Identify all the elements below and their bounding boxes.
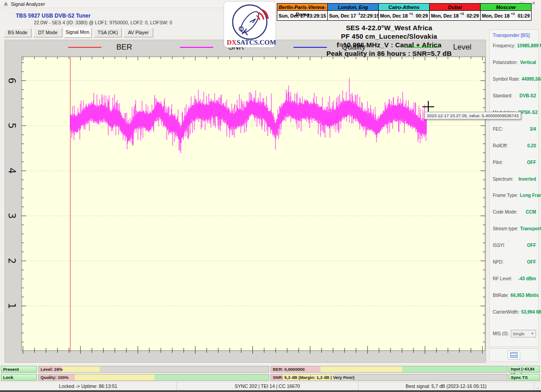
clock-city: Cairo-Athens	[379, 4, 429, 11]
clock-panel-4: DubaiMon, Dec 18+302:29	[430, 3, 481, 21]
chart-title-line3: f=10 986 MHz_V : Canal + Africa	[289, 41, 490, 49]
transponder-row: Pilot:OFF	[493, 160, 536, 165]
snr-meter-label: SNR: 5,3 dB (Margin: 1,3 dB | Very Poor)	[273, 375, 354, 380]
clock-city: Moscow	[481, 4, 531, 11]
chevron-down-icon: ▼	[531, 332, 534, 336]
transponder-row: BitRate:66,953 Mbit/s	[493, 293, 536, 298]
mode-tabs: BS ModeDT ModeSignal Mon.TSA (OK)AV Play…	[4, 28, 153, 38]
transponder-row-value: OFF	[527, 243, 536, 248]
chart-title-line1: SES 4-22.0°W_West Africa	[289, 23, 490, 32]
transponder-panel: Transponder [BS] Frequency:10985,889 MHz…	[489, 29, 539, 347]
transponder-row: Polarization:Vertical	[493, 60, 536, 65]
tuner-details: 22.0W - SES 4 (ID: 3380) @ LOF1: 9750000…	[34, 20, 172, 25]
transponder-row-value: CCM	[526, 210, 536, 214]
tab-dt-mode[interactable]: DT Mode	[33, 28, 62, 37]
transponder-row: Frequency:10985,889 MHz	[493, 43, 536, 48]
transponder-row-value: OFF	[527, 160, 536, 165]
transponder-title: Transponder [BS]	[493, 32, 530, 38]
level-meter-label: Level: 26%	[41, 367, 63, 372]
clock-date: Mon, Dec 18	[380, 13, 408, 18]
quality-meter-label: Quality: 100%	[41, 375, 69, 380]
transponder-row-value: 3/4	[530, 127, 536, 132]
statusbar: Locked -> Uptime: 86:13:51 SYNC 202 | TE…	[0, 382, 541, 390]
clock-city: Dubai	[430, 4, 480, 11]
tab-tsa-ok[interactable]: TSA (OK)	[94, 28, 122, 37]
crosshair-cursor	[422, 101, 434, 113]
svg-text:DXSATCS.COM: DXSATCS.COM	[227, 39, 275, 46]
resize-grip[interactable]	[534, 382, 541, 390]
transponder-row-value: DVB-S2	[519, 93, 536, 98]
tab-bs-mode[interactable]: BS Mode	[4, 28, 32, 37]
transponder-row-label: Code Mode:	[493, 210, 517, 214]
transponder-row-label: Pilot:	[493, 160, 503, 165]
window-title: Signal Analyzer	[11, 1, 45, 7]
close-icon[interactable]: ✕	[532, 0, 536, 6]
chart-plot-area[interactable]: 123456	[5, 40, 486, 362]
tuner-name: TBS 5927 USB DVB-S2 Tuner	[16, 13, 91, 19]
mis-row: MIS (0): Single ▼	[493, 330, 536, 337]
transponder-row: ISSYIOFF	[493, 243, 536, 248]
signal-analyzer-window: Signal Analyzer – ▢ ✕ TBS 5927 USB DVB-S…	[0, 0, 541, 392]
ber-meter: BER: 0,0000000	[270, 366, 508, 373]
transponder-row-value: Inverted	[518, 177, 536, 182]
transponder-row-label: BitRate:	[493, 293, 509, 298]
snr-meter: SNR: 5,3 dB (Margin: 1,3 dB | Very Poor)	[270, 374, 508, 381]
mis-select[interactable]: Single ▼	[511, 330, 536, 337]
meter-segment-2	[62, 366, 100, 372]
mis-selected-value: Single	[513, 331, 531, 336]
transponder-row-label: NPD:	[493, 260, 504, 264]
transponder-row: NPD:OFF	[493, 260, 536, 264]
list-button[interactable]	[508, 351, 520, 360]
transponder-row-value: Transport	[520, 226, 541, 231]
tab-signal-mon[interactable]: Signal Mon.	[64, 27, 92, 38]
legend-line-snr	[180, 47, 213, 48]
clock-city: Berlin-Paris-Vienna-Roma	[277, 4, 327, 11]
meter-segment-3	[155, 374, 269, 380]
chart-title-line2: PF 450 cm_Lucenec/Slovakia	[289, 32, 490, 41]
transponder-row-label: Frame Type:	[493, 193, 518, 198]
clock-date: Mon, Dec 18	[431, 13, 458, 18]
transponder-row: RollOff:0.20	[493, 143, 536, 148]
svg-text:3: 3	[6, 213, 17, 219]
quality-meter: Quality: 100%	[38, 374, 269, 381]
meter-segment-2	[75, 374, 155, 380]
sync-ts-badge: Sync TS	[509, 374, 540, 381]
clock-date: Sun, Dec 17	[329, 13, 356, 18]
svg-text:4: 4	[6, 168, 17, 173]
transponder-row-value: OFF	[527, 260, 536, 264]
clock-time: 00:29	[416, 13, 428, 18]
transponder-row-value: 66,953 Mbit/s	[511, 293, 539, 298]
transponder-row: Frame Type:Long Frame	[493, 193, 536, 198]
world-clocks: Berlin-Paris-Vienna-RomaSun, Dec 1723:29…	[277, 3, 532, 21]
app-icon	[3, 1, 9, 7]
meter-segment-3	[402, 366, 507, 372]
clock-utc-offset: +2	[511, 12, 515, 16]
clock-time: 23:29:15	[307, 13, 326, 18]
tab-av-player[interactable]: AV Player	[124, 28, 153, 37]
transponder-row-label: CarrierWidth:	[493, 310, 519, 315]
clock-datetime: Mon, Dec 18+201:29	[481, 11, 531, 20]
svg-text:5: 5	[6, 123, 17, 128]
bottom-edge	[0, 390, 541, 392]
transponder-row-label: Frequency:	[493, 43, 515, 48]
transponder-row-label: Polarization:	[493, 60, 518, 65]
transponder-row-value: 10985,889 MHz	[517, 43, 541, 48]
clock-utc-offset: +1	[409, 12, 413, 16]
transponder-row-value: 53,994 MHz	[521, 310, 541, 315]
svg-text:2: 2	[6, 258, 17, 264]
legend-item-ber: BER	[68, 43, 132, 52]
transponder-row: RF Level:-43 dBm	[493, 276, 536, 281]
transponder-row-value: 44995,584 KS/s	[522, 77, 541, 82]
present-badge: Present	[1, 366, 37, 373]
transponder-row-label: Standard:	[493, 93, 512, 98]
input-badge: Input (~63,84 Mbps)	[509, 366, 540, 373]
transponder-row: FEC:3/4	[493, 127, 536, 132]
transponder-row-label: Spectrum:	[493, 177, 513, 182]
clock-panel-3: Cairo-AthensMon, Dec 18+100:29	[379, 3, 430, 21]
meter-segment-2	[321, 366, 402, 372]
clock-city: London, Eng	[328, 4, 378, 11]
transponder-row-label: RollOff:	[493, 143, 508, 148]
chart-title-block: SES 4-22.0°W_West Africa PF 450 cm_Lucen…	[289, 23, 490, 58]
transponder-rows: Frequency:10985,889 MHzPolarization:Vert…	[493, 43, 536, 315]
transponder-row-label: Stream type:	[493, 226, 518, 231]
